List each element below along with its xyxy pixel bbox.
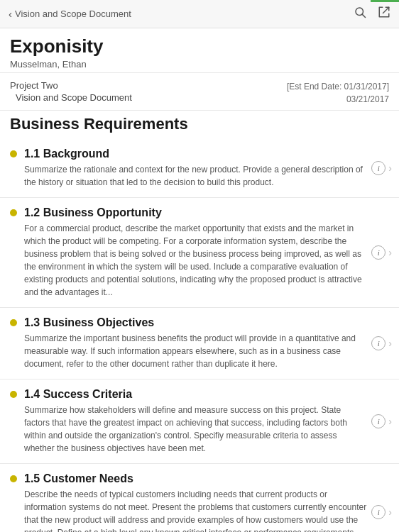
section-dot — [10, 319, 17, 326]
project-date: 03/21/2017 — [287, 93, 389, 106]
project-name: Project Two — [10, 80, 132, 91]
header: Exponisity Musselman, Ethan — [0, 28, 399, 73]
section-dot — [10, 391, 17, 398]
section-title: 1.3 Business Objectives — [24, 316, 368, 329]
section-content: 1.2 Business Opportunity For a commercia… — [24, 206, 389, 299]
section-content: 1.4 Success Criteria Summarize how stake… — [24, 388, 389, 455]
section-item-1-5[interactable]: 1.5 Customer Needs Describe the needs of… — [0, 464, 399, 532]
nav-icons — [354, 6, 390, 22]
section-title: 1.1 Background — [24, 148, 368, 160]
section-body: Summarize how stakeholders will define a… — [24, 404, 368, 455]
section-body: Describe the needs of typical customers … — [24, 488, 368, 532]
chevron-right-icon: › — [388, 247, 392, 258]
section-title: 1.2 Business Opportunity — [24, 206, 368, 219]
section-body: Summarize the rationale and context for … — [24, 163, 368, 189]
section-title: 1.4 Success Criteria — [24, 388, 368, 401]
section-item-1-2[interactable]: 1.2 Business Opportunity For a commercia… — [0, 198, 399, 308]
chevron-right-icon: › — [388, 338, 392, 349]
info-button[interactable]: i — [371, 161, 386, 175]
section-content: 1.3 Business Objectives Summarize the im… — [24, 316, 389, 370]
section-actions: i › — [371, 414, 392, 428]
section-actions: i › — [371, 336, 392, 350]
section-actions: i › — [371, 245, 392, 260]
info-button[interactable]: i — [371, 336, 386, 350]
app-title: Exponisity — [10, 35, 389, 57]
info-button[interactable]: i — [371, 505, 386, 519]
chevron-right-icon: › — [388, 162, 392, 174]
section-actions: i › — [371, 505, 392, 519]
section-body: For a commercial product, describe the m… — [24, 222, 368, 299]
project-info: Project Two Vision and Scope Document [E… — [0, 73, 399, 111]
section-actions: i › — [371, 161, 392, 175]
section-dot — [10, 475, 17, 482]
section-item-1-4[interactable]: 1.4 Success Criteria Summarize how stake… — [0, 379, 399, 464]
section-title: 1.5 Customer Needs — [24, 472, 368, 485]
share-icon[interactable] — [378, 6, 390, 22]
section-content: 1.1 Background Summarize the rationale a… — [24, 148, 389, 189]
info-button[interactable]: i — [371, 245, 386, 260]
est-end-date: [Est End Date: 01/31/2017] — [287, 80, 389, 93]
section-heading-title: Business Requirements — [10, 115, 389, 133]
section-heading: Business Requirements — [0, 111, 399, 139]
section-dot — [10, 209, 17, 216]
content-area: 1.1 Background Summarize the rationale a… — [0, 139, 399, 532]
section-item-1-3[interactable]: 1.3 Business Objectives Summarize the im… — [0, 308, 399, 379]
section-dot — [10, 150, 17, 157]
section-content: 1.5 Customer Needs Describe the needs of… — [24, 472, 389, 532]
chevron-right-icon: › — [388, 506, 392, 518]
chevron-right-icon: › — [388, 416, 392, 427]
project-dates: [Est End Date: 01/31/2017] 03/21/2017 — [287, 80, 389, 106]
section-item-1-1[interactable]: 1.1 Background Summarize the rationale a… — [0, 139, 399, 198]
project-doc-name: Vision and Scope Document — [16, 92, 132, 103]
svg-line-1 — [362, 14, 365, 17]
project-left: Project Two Vision and Scope Document — [10, 80, 132, 103]
nav-bar: ‹ Vision and Scope Document — [0, 0, 399, 28]
section-body: Summarize the important business benefit… — [24, 332, 368, 370]
back-label: Vision and Scope Document — [15, 9, 131, 19]
info-button[interactable]: i — [371, 414, 386, 428]
user-name: Musselman, Ethan — [10, 59, 389, 70]
search-icon[interactable] — [354, 6, 366, 22]
back-button[interactable]: ‹ Vision and Scope Document — [9, 8, 131, 20]
back-chevron-icon: ‹ — [9, 8, 12, 20]
